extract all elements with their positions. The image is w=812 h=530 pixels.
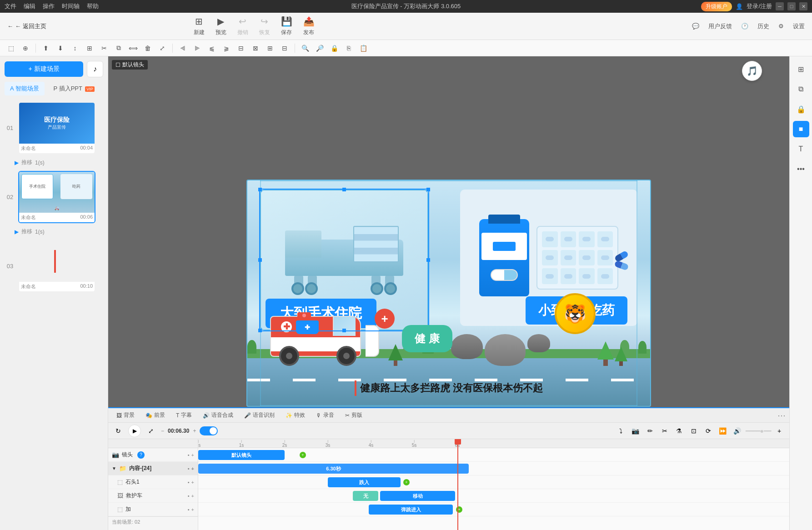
rock-add-btn[interactable]: + (191, 480, 194, 485)
align-top2-tool[interactable]: ⫺ (220, 42, 233, 55)
plus-add-btn[interactable]: + (191, 507, 194, 512)
fit-timeline-button[interactable]: ⤵ (615, 425, 627, 437)
camera-dot-btn[interactable]: • (188, 452, 190, 458)
toggle-switch[interactable] (200, 426, 218, 435)
menu-edit[interactable]: 编辑 (24, 2, 35, 10)
tab-foreground[interactable]: 🎭 前景 (141, 410, 170, 421)
paste-tool[interactable]: 📋 (357, 42, 370, 55)
volume-slider[interactable]: ━━━━●━━ (746, 427, 771, 435)
login-label[interactable]: 登录/注册 (747, 2, 772, 10)
scene-item-03[interactable]: 03 未命名 00:10 (4, 237, 104, 295)
flip-tool[interactable]: ⟺ (127, 42, 140, 55)
history-label[interactable]: 历史 (757, 22, 769, 30)
scene-item-02[interactable]: 02 手术住院 吃药 🚑 未命名 00:06 (4, 168, 104, 226)
transition-01[interactable]: ▶ 推移 1(s) (4, 157, 104, 168)
back-home-button[interactable]: ← ← 返回主页 (7, 22, 46, 30)
layer-tool[interactable]: ⧉ (112, 42, 125, 55)
sidebar-color-button[interactable]: ■ (793, 121, 809, 137)
publish-button[interactable]: 📤 发布 (303, 16, 315, 36)
trim-button[interactable]: ✂ (658, 425, 671, 437)
camera-block[interactable]: 默认镜头 (198, 450, 285, 460)
tab-subtitle[interactable]: T 字幕 (171, 410, 196, 421)
anchor-tool[interactable]: ⊕ (19, 42, 32, 55)
floating-music-button[interactable]: 🎵 (742, 61, 762, 81)
content-dot-btn[interactable]: • (188, 466, 190, 471)
tab-background[interactable]: 🖼 背景 (112, 410, 139, 421)
amb-block-no[interactable]: 无 (353, 491, 378, 501)
align-bottom-tool[interactable]: ⬇ (54, 42, 67, 55)
resize-tool[interactable]: ⤢ (156, 42, 169, 55)
filter-button[interactable]: ⚗ (673, 425, 686, 437)
amb-block-move[interactable]: 移动 (380, 491, 455, 501)
preview-button[interactable]: ▶ 预览 (216, 16, 226, 36)
menu-timeline[interactable]: 时间轴 (62, 2, 80, 10)
menu-help[interactable]: 帮助 (87, 2, 99, 10)
snapshot-button[interactable]: 📷 (629, 425, 642, 437)
close-button[interactable]: ✕ (799, 2, 807, 10)
feedback-label[interactable]: 用户反馈 (708, 22, 732, 30)
zoom-in-tool[interactable]: 🔍 (299, 42, 311, 55)
tab-stt[interactable]: 🎤 语音识别 (240, 410, 279, 421)
content-expand-icon[interactable]: ▼ (112, 466, 116, 471)
scene-item-01[interactable]: 01 医疗保险 产品宣传 未命名 00:04 (4, 99, 104, 157)
minimize-button[interactable]: ─ (776, 2, 784, 10)
tab-tts[interactable]: 🔊 语音合成 (198, 410, 238, 421)
select-tool[interactable]: ⬚ (5, 42, 17, 55)
delete-tool[interactable]: 🗑 (141, 42, 154, 55)
music-button[interactable]: ♪ (87, 61, 103, 77)
copy-tool[interactable]: ⎘ (342, 42, 355, 55)
tab-ppt-insert[interactable]: P 插入PPT VIP (48, 82, 100, 95)
upgrade-button[interactable]: 升级账户 (701, 2, 732, 11)
transition-02[interactable]: ▶ 推移 1(s) (4, 226, 104, 237)
timeline-fullscreen-button[interactable]: ⤢ (145, 425, 157, 437)
align-bottom2-tool[interactable]: ⊠ (249, 42, 262, 55)
volume-button[interactable]: 🔊 (731, 425, 744, 437)
rock-block[interactable]: 跌入 (328, 477, 401, 487)
new-scene-button[interactable]: + 新建场景 (5, 61, 83, 77)
zoom-out-tool[interactable]: 🔎 (313, 42, 326, 55)
loop-button2[interactable]: ⟳ (702, 425, 715, 437)
edit-button[interactable]: ✏ (644, 425, 657, 437)
main-canvas[interactable]: 大到手术住院 (246, 180, 651, 407)
align-left-tool[interactable]: ⫷ (176, 42, 189, 55)
rock-marker[interactable]: + (403, 479, 410, 485)
add-button[interactable]: + (773, 425, 786, 437)
align-center-v-tool[interactable]: ⊟ (235, 42, 247, 55)
content-add-btn[interactable]: + (191, 466, 194, 471)
speed-button[interactable]: ⏩ (717, 425, 729, 437)
save-button[interactable]: 💾 保存 (281, 16, 292, 36)
camera-add-btn[interactable]: + (191, 452, 194, 458)
maximize-button[interactable]: □ (787, 2, 796, 10)
redo-button[interactable]: ↪ 恢复 (259, 16, 270, 36)
playhead[interactable] (457, 439, 458, 530)
align-mid-tool[interactable]: ↕ (69, 42, 81, 55)
amb-add-btn[interactable]: + (191, 493, 194, 499)
crop-time-button[interactable]: ⊡ (687, 425, 700, 437)
content-block[interactable]: 6.30秒 (198, 464, 469, 474)
plus-block[interactable]: 弹跳进入 (369, 505, 453, 515)
sidebar-fullscreen-button[interactable]: ⊞ (793, 61, 809, 77)
align-center-h-tool[interactable]: ⫸ (191, 42, 204, 55)
dist-h-tool[interactable]: ⊞ (264, 42, 276, 55)
camera-marker[interactable]: + (300, 452, 306, 458)
dist-v-tool[interactable]: ⊟ (278, 42, 291, 55)
plus-dot-btn[interactable]: • (188, 507, 190, 512)
sidebar-more-button[interactable]: ••• (793, 161, 809, 177)
sidebar-layers-button[interactable]: ⧉ (793, 81, 809, 97)
tabs-more-button[interactable]: ⋯ (777, 410, 786, 420)
timeline-play-button[interactable]: ▶ (128, 425, 141, 437)
align-top-tool[interactable]: ⬆ (40, 42, 52, 55)
undo-button[interactable]: ↩ 撤销 (237, 16, 248, 36)
new-button[interactable]: ⊞ 新建 (194, 16, 205, 36)
settings-label[interactable]: 设置 (793, 22, 805, 30)
group-tool[interactable]: ⊞ (83, 42, 96, 55)
tab-smart-scene[interactable]: A 智能场景 (5, 82, 45, 95)
sidebar-lock-button[interactable]: 🔒 (793, 101, 809, 117)
timeline-loop-button[interactable]: ↻ (112, 425, 125, 437)
crop-tool[interactable]: ✂ (98, 42, 110, 55)
tab-effects[interactable]: ✨ 特效 (281, 410, 310, 421)
menu-operate[interactable]: 操作 (43, 2, 55, 10)
sidebar-text-button[interactable]: T (793, 141, 809, 157)
tab-record[interactable]: 🎙 录音 (311, 410, 339, 421)
menu-file[interactable]: 文件 (5, 2, 16, 10)
